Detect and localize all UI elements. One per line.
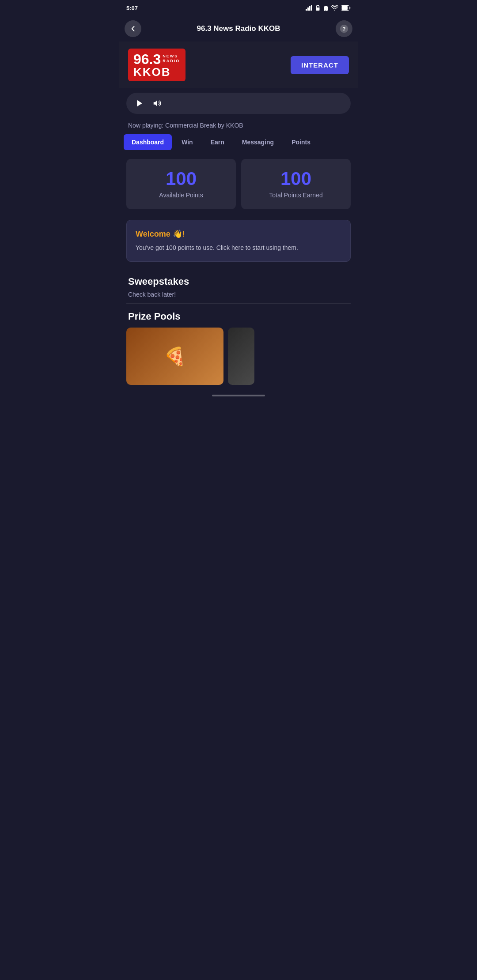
home-indicator [212, 395, 265, 396]
svg-text:?: ? [342, 26, 345, 32]
prize-card-2-partial [228, 328, 254, 385]
total-points-label: Total Points Earned [248, 192, 344, 199]
welcome-card[interactable]: Welcome 👋! You've got 100 points to use.… [126, 220, 351, 262]
total-points-number: 100 [248, 170, 344, 188]
available-points-card: 100 Available Points [126, 159, 236, 209]
top-nav-bar: 96.3 News Radio KKOB ? [119, 16, 358, 41]
tab-messaging[interactable]: Messaging [234, 134, 282, 150]
now-playing-text: Now playing: Commercial Break by KKOB [119, 118, 358, 134]
tab-dashboard[interactable]: Dashboard [124, 134, 172, 150]
station-logo: 96.3 NEWS RADIO KKOB [128, 49, 186, 81]
svg-rect-3 [311, 5, 312, 11]
total-points-card: 100 Total Points Earned [241, 159, 351, 209]
logo-news: NEWS [163, 54, 180, 59]
battery-icon [341, 5, 351, 11]
play-button[interactable] [133, 97, 146, 109]
tabs-container: Dashboard Win Earn Messaging Points [119, 134, 358, 150]
logo-number: 96.3 [133, 52, 161, 66]
logo-callsign: KKOB [133, 66, 171, 78]
status-time: 5:07 [126, 5, 138, 11]
svg-rect-2 [309, 6, 310, 11]
interact-button[interactable]: INTERACT [291, 56, 349, 74]
status-bar: 5:07 [119, 0, 358, 16]
tab-points[interactable]: Points [284, 134, 318, 150]
lock-icon [315, 5, 320, 11]
player-bar [126, 93, 351, 114]
tab-win[interactable]: Win [174, 134, 201, 150]
tab-earn[interactable]: Earn [203, 134, 232, 150]
svg-rect-4 [316, 8, 320, 11]
svg-marker-10 [154, 100, 157, 107]
svg-rect-6 [342, 6, 348, 10]
signal-icon [306, 5, 313, 11]
welcome-text: You've got 100 points to use. Click here… [136, 243, 341, 253]
prize-card-1[interactable]: 🍕 [126, 328, 223, 385]
bottom-bar [119, 388, 358, 406]
prize-row: 🍕 [119, 324, 358, 388]
wifi-icon [331, 5, 338, 11]
sweepstakes-title: Sweepstakes [119, 269, 358, 289]
svg-rect-1 [307, 8, 309, 11]
available-points-number: 100 [133, 170, 229, 188]
back-button[interactable] [125, 20, 141, 37]
volume-button[interactable] [151, 97, 163, 109]
welcome-title: Welcome 👋! [136, 229, 341, 239]
status-icons [306, 5, 351, 11]
svg-rect-0 [306, 9, 307, 11]
prize-image-1: 🍕 [126, 328, 223, 385]
available-points-label: Available Points [133, 192, 229, 199]
sweepstakes-empty: Check back later! [119, 289, 358, 303]
logo-radio: RADIO [163, 59, 180, 64]
header-section: 96.3 NEWS RADIO KKOB INTERACT [119, 41, 358, 88]
stats-row: 100 Available Points 100 Total Points Ea… [119, 152, 358, 213]
page-title: 96.3 News Radio KKOB [141, 24, 336, 33]
svg-marker-9 [137, 100, 142, 107]
logo-box: 96.3 NEWS RADIO KKOB [128, 49, 186, 81]
ghost-icon [323, 5, 329, 11]
prize-pools-title: Prize Pools [119, 304, 358, 324]
help-button[interactable]: ? [336, 20, 352, 37]
